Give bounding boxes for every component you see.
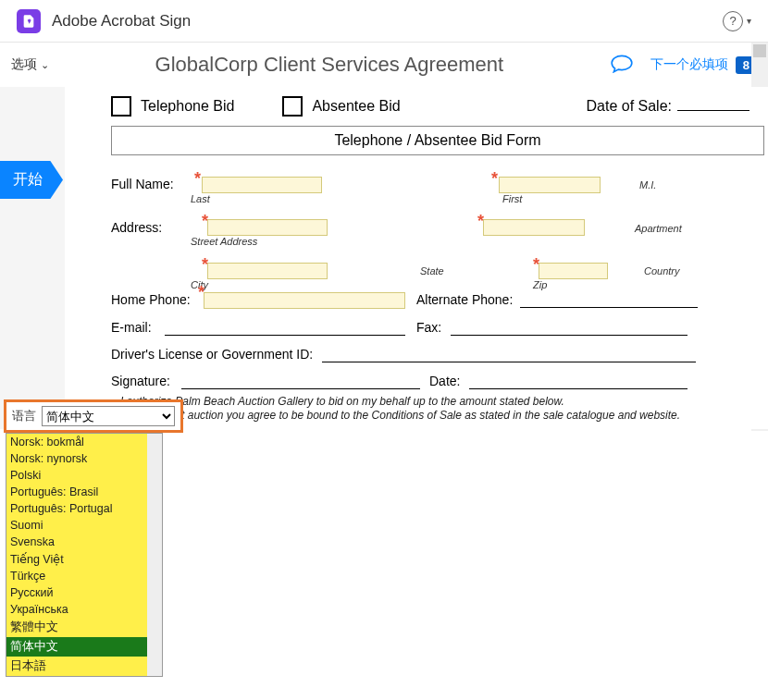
full-name-label: Full Name: xyxy=(111,177,191,191)
absentee-bid-label: Absentee Bid xyxy=(312,98,400,115)
language-select[interactable]: 简体中文 xyxy=(42,406,175,426)
lang-option[interactable]: 日本語 xyxy=(6,657,162,676)
fax-label: Fax: xyxy=(416,320,441,335)
lang-option[interactable]: Türkçe xyxy=(6,568,162,584)
help-button[interactable]: ? ▾ xyxy=(723,11,751,31)
zip-sublabel: Zip xyxy=(533,279,644,290)
street-address-input[interactable] xyxy=(207,219,328,236)
country-sublabel: Country xyxy=(644,265,680,276)
options-label: 选项 xyxy=(11,56,37,73)
first-name-input[interactable] xyxy=(499,177,601,193)
email-input[interactable] xyxy=(165,321,405,336)
required-mark: * xyxy=(477,212,484,231)
document-title: GlobalCorp Client Services Agreement xyxy=(49,53,610,77)
absentee-bid-checkbox[interactable] xyxy=(282,96,303,117)
date-of-sale-label: Date of Sale: xyxy=(587,98,673,115)
city-input[interactable] xyxy=(207,263,328,279)
next-required-label: 下一个必填项 xyxy=(650,56,728,73)
lang-option[interactable]: Português: Brasil xyxy=(6,484,162,500)
signature-input[interactable] xyxy=(181,375,420,389)
zip-input[interactable] xyxy=(539,263,608,279)
chevron-down-icon: ⌄ xyxy=(41,59,49,71)
required-mark: * xyxy=(202,212,208,231)
scrollbar-thumb[interactable] xyxy=(753,44,766,57)
apartment-sublabel: Apartment xyxy=(635,223,682,234)
auth-text-1: I authorize Palm Beach Auction Gallery t… xyxy=(120,395,768,410)
last-name-input[interactable] xyxy=(202,177,322,193)
scrollbar-vertical[interactable] xyxy=(147,434,162,676)
home-phone-label: Home Phone: xyxy=(111,292,194,307)
lang-option[interactable]: Norsk: bokmål xyxy=(6,434,162,450)
license-label: Driver's License or Government ID: xyxy=(111,347,313,362)
required-mark: * xyxy=(491,169,498,189)
alt-phone-input[interactable] xyxy=(520,293,698,308)
lang-option[interactable]: Українська xyxy=(6,601,162,618)
comment-icon[interactable] xyxy=(610,53,634,77)
lang-option[interactable]: Norsk: nynorsk xyxy=(6,450,162,467)
signature-label: Signature: xyxy=(111,374,172,388)
last-sublabel: Last xyxy=(191,193,491,204)
fax-input[interactable] xyxy=(451,321,687,336)
lang-option[interactable]: Русский xyxy=(6,584,162,601)
auth-text-2: By bidding at auction you agree to be bo… xyxy=(120,409,768,424)
date-input[interactable] xyxy=(469,375,687,389)
adobe-logo xyxy=(17,9,41,33)
address-label: Address: xyxy=(111,220,191,235)
app-header: Adobe Acrobat Sign ? ▾ xyxy=(0,0,768,43)
options-dropdown[interactable]: 选项 ⌄ xyxy=(11,56,49,73)
date-of-sale-field[interactable] xyxy=(677,110,749,111)
lang-option[interactable]: 繁體中文 xyxy=(6,618,162,637)
lang-option[interactable]: Tiếng Việt xyxy=(6,550,162,568)
first-sublabel: First xyxy=(502,193,639,204)
lang-option[interactable]: Polski xyxy=(6,467,162,484)
email-label: E-mail: xyxy=(111,320,157,335)
lang-option[interactable]: Svenska xyxy=(6,534,162,550)
app-title: Adobe Acrobat Sign xyxy=(52,12,191,31)
state-sublabel: State xyxy=(420,265,533,276)
date-label: Date: xyxy=(429,374,460,388)
required-mark: * xyxy=(194,169,201,189)
language-label: 语言 xyxy=(12,408,36,424)
mi-sublabel: M.I. xyxy=(639,179,676,190)
telephone-bid-label: Telephone Bid xyxy=(141,98,234,115)
lang-option[interactable]: Suomi xyxy=(6,517,162,534)
document-area: Telephone Bid Absentee Bid Date of Sale:… xyxy=(65,87,768,429)
license-input[interactable] xyxy=(322,348,696,362)
left-sidebar: 开始 xyxy=(0,87,65,429)
language-selector-highlight: 语言 简体中文 xyxy=(4,399,183,433)
chevron-down-icon: ▾ xyxy=(747,16,751,26)
required-mark: * xyxy=(202,255,208,275)
required-mark: * xyxy=(198,283,204,302)
lang-option-selected[interactable]: 简体中文 xyxy=(6,637,162,657)
apartment-input[interactable] xyxy=(483,219,585,236)
main-area: 开始 Telephone Bid Absentee Bid Date of Sa… xyxy=(0,87,768,429)
language-panel: 语言 简体中文 Norsk: bokmål Norsk: nynorsk Pol… xyxy=(4,399,183,677)
city-sublabel: City xyxy=(191,279,420,290)
toolbar: 选项 ⌄ GlobalCorp Client Services Agreemen… xyxy=(0,43,768,87)
language-dropdown[interactable]: Norsk: bokmål Norsk: nynorsk Polski Port… xyxy=(6,433,163,677)
lang-option[interactable]: Português: Portugal xyxy=(6,500,162,517)
home-phone-input[interactable] xyxy=(204,292,405,309)
telephone-bid-checkbox[interactable] xyxy=(111,96,131,117)
street-sublabel: Street Address xyxy=(191,236,477,247)
start-button[interactable]: 开始 xyxy=(0,161,63,199)
alt-phone-label: Alternate Phone: xyxy=(416,292,513,307)
next-required-button[interactable]: 下一个必填项 8 xyxy=(650,56,757,74)
form-title: Telephone / Absentee Bid Form xyxy=(111,126,764,155)
help-icon: ? xyxy=(723,11,743,31)
required-mark: * xyxy=(533,255,539,275)
